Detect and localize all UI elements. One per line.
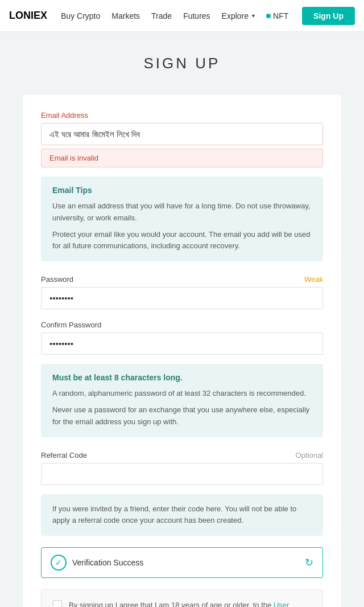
referral-optional-badge: Optional	[296, 451, 323, 460]
verification-left: ✓ Verification Success	[51, 555, 143, 571]
email-tips-title: Email Tips	[52, 186, 312, 195]
nav-signup-button[interactable]: Sign Up	[302, 7, 355, 25]
referral-label: Referral Code Optional	[41, 451, 323, 460]
password-input[interactable]	[41, 287, 323, 309]
main-content: SIGN UP Email Address Email is invalid E…	[11, 32, 353, 607]
password-label: Password Weak	[41, 275, 323, 284]
email-label: Email Address	[41, 111, 323, 120]
password-strength-badge: Weak	[304, 275, 323, 284]
verification-text: Verification Success	[72, 558, 143, 567]
password-tips-title: Must be at least 8 characters long.	[52, 373, 312, 382]
page-title: SIGN UP	[23, 55, 341, 72]
chevron-down-icon: ▾	[252, 13, 255, 19]
password-tip-2: Never use a password for an exchange tha…	[52, 404, 312, 428]
confirm-password-input[interactable]	[41, 333, 323, 355]
referral-field-group: Referral Code Optional	[41, 451, 323, 485]
password-tips-box: Must be at least 8 characters long. A ra…	[41, 364, 323, 437]
nav-futures[interactable]: Futures	[183, 11, 210, 20]
email-input[interactable]	[41, 123, 323, 145]
confirm-password-label: Confirm Password	[41, 321, 323, 329]
referral-info-box: If you were invited by a friend, enter t…	[41, 494, 323, 536]
nav-trade[interactable]: Trade	[151, 11, 172, 20]
terms-checkbox[interactable]	[53, 600, 62, 607]
nav-links: Buy Crypto Markets Trade Futures Explore…	[61, 11, 302, 20]
terms-box: By signing up I agree that I am 18 years…	[41, 589, 323, 607]
terms-text: By signing up I agree that I am 18 years…	[69, 599, 311, 607]
verification-box: ✓ Verification Success ↻	[41, 547, 323, 578]
email-field-group: Email Address Email is invalid Email Tip…	[41, 111, 323, 261]
nft-dot-icon	[266, 14, 271, 18]
check-circle-icon: ✓	[51, 555, 67, 571]
email-tips-box: Email Tips Use an email address that you…	[41, 177, 323, 261]
password-field-group: Password Weak	[41, 275, 323, 309]
logo: LONIEX	[9, 10, 47, 22]
email-error-message: Email is invalid	[41, 149, 323, 167]
password-tip-1: A random, alphanumeric password of at le…	[52, 388, 312, 400]
refresh-icon[interactable]: ↻	[305, 556, 313, 569]
signup-form: Email Address Email is invalid Email Tip…	[23, 95, 341, 607]
referral-input[interactable]	[41, 463, 323, 485]
email-tip-2: Protect your email like you would your a…	[52, 229, 312, 253]
nav-buy-crypto[interactable]: Buy Crypto	[61, 11, 100, 20]
navbar: LONIEX Buy Crypto Markets Trade Futures …	[0, 0, 364, 32]
confirm-password-field-group: Confirm Password Must be at least 8 char…	[41, 321, 323, 437]
email-tip-1: Use an email address that you will have …	[52, 200, 312, 224]
nav-explore[interactable]: Explore ▾	[222, 11, 255, 20]
nav-nft[interactable]: NFT	[266, 11, 288, 20]
nav-markets[interactable]: Markets	[111, 11, 140, 20]
